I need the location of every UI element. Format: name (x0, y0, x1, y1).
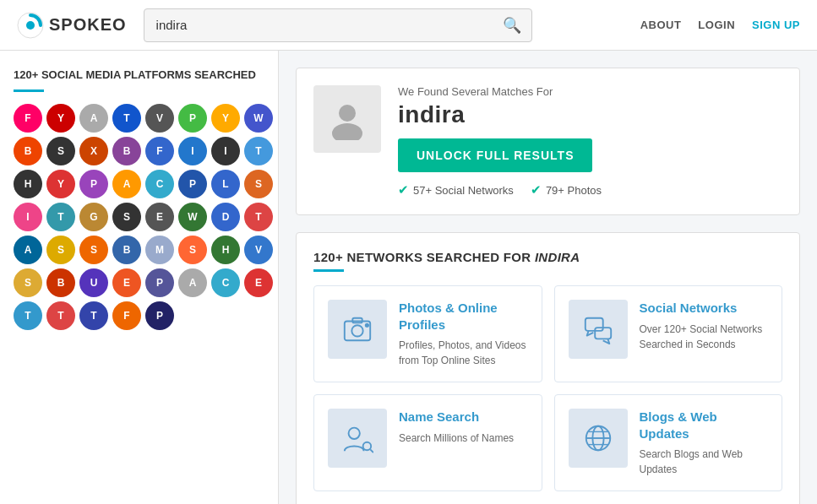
svg-line-12 (370, 449, 373, 453)
social-icon-soundcloud[interactable]: S (178, 236, 207, 264)
social-icon-signal[interactable]: S (112, 203, 141, 231)
camera-icon (341, 313, 373, 345)
network-title-photos: Photos & Online Profiles (399, 300, 528, 333)
social-icon-envato[interactable]: E (244, 268, 273, 297)
network-text-blogs: Blogs & Web Updates Search Blogs and Web… (640, 409, 769, 477)
svg-point-7 (366, 323, 369, 327)
social-icon-linkedin[interactable]: L (211, 170, 240, 198)
social-icon-mail[interactable]: M (145, 236, 174, 264)
network-card-social[interactable]: Social Networks Over 120+ Social Network… (554, 285, 783, 382)
social-icon-plaxo[interactable]: P (79, 170, 108, 198)
login-link[interactable]: LOGIN (698, 19, 735, 31)
social-icon-plancast2[interactable]: P (145, 301, 174, 330)
social-icon-badoo[interactable]: B (112, 137, 141, 165)
svg-point-2 (339, 105, 356, 122)
social-icon-plancast[interactable]: P (178, 170, 207, 198)
social-icon-instagram[interactable]: I (14, 203, 42, 231)
social-icon-ustudio[interactable]: U (79, 268, 108, 297)
social-icon-hackvatar[interactable]: H (211, 236, 240, 264)
social-icon-etsy[interactable]: E (112, 268, 141, 297)
network-desc-blogs: Search Blogs and Web Updates (640, 447, 769, 477)
social-icon-tripadvisor[interactable]: T (14, 301, 42, 330)
social-icon-squarespace[interactable]: S (46, 137, 75, 165)
network-text-name: Name Search Search Millions of Names (399, 409, 514, 446)
svg-rect-8 (585, 318, 602, 331)
social-icon-bitcoin[interactable]: B (46, 268, 75, 297)
chat-icon (582, 313, 614, 345)
social-icon-plusnet[interactable]: P (178, 104, 207, 133)
svg-point-1 (26, 21, 35, 30)
networks-underline (313, 269, 344, 272)
result-subtitle: We Found Several Matches For (398, 85, 782, 98)
svg-point-11 (363, 442, 372, 451)
social-icon-wordpress[interactable]: W (178, 203, 207, 231)
social-icon-teams[interactable]: T (112, 104, 141, 133)
social-icon-youtube[interactable]: Y (46, 104, 75, 133)
social-icon-thumbtack[interactable]: T (46, 301, 75, 330)
social-icon-facebook[interactable]: F (145, 137, 174, 165)
social-icon-smile[interactable]: S (79, 236, 108, 264)
social-icon-amazon[interactable]: A (112, 170, 141, 198)
sidebar-underline (14, 89, 44, 92)
social-icon-foursquare[interactable]: F (112, 301, 141, 330)
social-icon-apple2[interactable]: A (178, 268, 207, 297)
social-icon-goodreads[interactable]: G (79, 203, 108, 231)
social-icon-xing[interactable]: X (79, 137, 108, 165)
social-icon-vimeo[interactable]: V (244, 236, 273, 264)
social-icon-tumblr[interactable]: T (244, 203, 273, 231)
network-icon-box-name (328, 409, 387, 468)
social-icon-yahoo[interactable]: Y (211, 104, 240, 133)
sidebar-title: 120+ SOCIAL MEDIA PLATFORMS SEARCHED (14, 68, 264, 83)
social-icon-behance[interactable]: B (112, 236, 141, 264)
unlock-button[interactable]: UNLOCK FULL RESULTS (398, 138, 592, 172)
network-desc-photos: Profiles, Photos, and Videos from Top On… (399, 338, 528, 368)
social-icon-tumblr2[interactable]: T (79, 301, 108, 330)
social-icon-blogger[interactable]: B (14, 137, 42, 165)
network-title-name: Name Search (399, 409, 514, 425)
social-icon-circle[interactable]: C (145, 170, 174, 198)
search-input[interactable] (144, 11, 493, 39)
signup-link[interactable]: SIGN UP (752, 19, 800, 31)
network-card-blogs[interactable]: Blogs & Web Updates Search Blogs and Web… (554, 394, 783, 491)
social-icon-windows[interactable]: W (244, 104, 273, 133)
network-card-photos[interactable]: Photos & Online Profiles Profiles, Photo… (313, 285, 542, 382)
content-area: We Found Several Matches For indira UNLO… (279, 51, 817, 504)
network-title-blogs: Blogs & Web Updates (640, 409, 769, 442)
social-icon-info[interactable]: I (178, 137, 207, 165)
social-icon-send[interactable]: S (46, 236, 75, 264)
social-icon-flickr[interactable]: F (14, 104, 42, 133)
social-icon-swarm[interactable]: S (14, 268, 42, 297)
networks-title-prefix: 120+ NETWORKS SEARCHED FOR (313, 250, 535, 264)
social-icon-stumble[interactable]: S (244, 170, 273, 198)
search-button[interactable]: 🔍 (493, 9, 531, 41)
svg-point-5 (351, 325, 362, 336)
svg-rect-6 (352, 318, 362, 323)
search-bar: 🔍 (144, 8, 532, 42)
result-name: indira (398, 101, 782, 128)
social-icon-ios[interactable]: I (211, 137, 240, 165)
network-icon-box-blogs (569, 409, 628, 468)
social-icon-apple[interactable]: A (79, 104, 108, 133)
networks-section: 120+ NETWORKS SEARCHED FOR INDIRA (296, 232, 800, 504)
social-icon-yelp[interactable]: Y (46, 170, 75, 198)
logo[interactable]: SPOKEO (17, 12, 127, 39)
social-icon-hackernews[interactable]: H (14, 170, 42, 198)
social-icon-paltalk[interactable]: P (145, 268, 174, 297)
social-icon-disqus[interactable]: D (211, 203, 240, 231)
social-icon-twitter[interactable]: T (244, 137, 273, 165)
svg-point-3 (332, 123, 362, 140)
social-icon-aol[interactable]: A (14, 236, 42, 264)
avatar (313, 85, 381, 153)
network-icon-box-social (569, 300, 628, 359)
icon-grid: FYATVPYWBSXBFIITHYPACPLSITGSEWDTASSBMSHV… (14, 104, 264, 330)
social-icon-ebay[interactable]: E (145, 203, 174, 231)
header: SPOKEO 🔍 ABOUT LOGIN SIGN UP (0, 0, 817, 51)
network-card-name[interactable]: Name Search Search Millions of Names (313, 394, 542, 491)
stat-networks: ✔ 57+ Social Networks (398, 182, 514, 198)
about-link[interactable]: ABOUT (640, 19, 682, 31)
social-icon-vimeo-dark[interactable]: V (145, 104, 174, 133)
networks-grid: Photos & Online Profiles Profiles, Photo… (313, 285, 782, 491)
result-stats: ✔ 57+ Social Networks ✔ 79+ Photos (398, 182, 782, 198)
social-icon-circle2[interactable]: C (211, 268, 240, 297)
social-icon-trello[interactable]: T (46, 203, 75, 231)
